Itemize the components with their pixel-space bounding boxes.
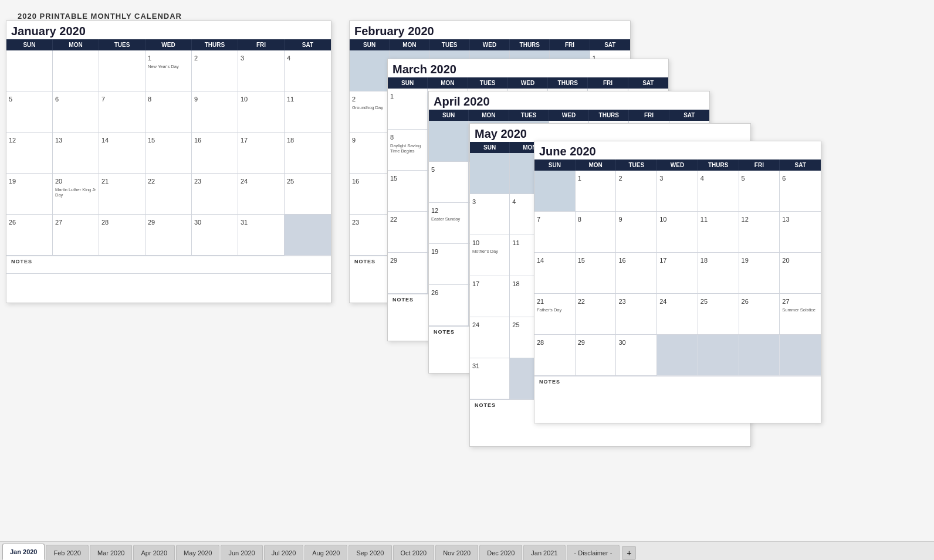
apr-title: April 2020 [429, 91, 709, 110]
tab-nov-2020[interactable]: Nov 2020 [435, 545, 478, 560]
tab-feb-2020[interactable]: Feb 2020 [46, 545, 88, 560]
tab-disclaimer[interactable]: - Disclaimer - [567, 545, 620, 560]
tab-apr-2020[interactable]: Apr 2020 [133, 545, 175, 560]
may-title: May 2020 [470, 124, 750, 142]
feb-header: SUN MON TUES WED THURS FRI SAT [350, 39, 630, 50]
tab-bar: Jan 2020 Feb 2020 Mar 2020 Apr 2020 May … [0, 541, 934, 560]
feb-title: February 2020 [350, 21, 630, 39]
tab-mar-2020[interactable]: Mar 2020 [90, 545, 132, 560]
tab-jan-2021[interactable]: Jan 2021 [523, 545, 565, 560]
add-tab-button[interactable]: + [622, 546, 636, 560]
calendar-jan: January 2020 SUN MON TUES WED THURS FRI … [6, 21, 331, 303]
tab-jan-2020[interactable]: Jan 2020 [2, 544, 45, 560]
tab-jul-2020[interactable]: Jul 2020 [264, 545, 304, 560]
page-title: 2020 PRINTABLE MONTHLY CALENDAR [18, 12, 916, 21]
tab-oct-2020[interactable]: Oct 2020 [393, 545, 435, 560]
tab-sep-2020[interactable]: Sep 2020 [348, 545, 391, 560]
calendar-jun: June 2020 SUN MON TUES WED THURS FRI SAT… [534, 141, 821, 423]
jan-body: 1New Year's Day 2 3 4 5 6 7 8 9 10 11 12… [6, 50, 331, 256]
jan-header: SUN MON TUES WED THURS FRI SAT [6, 39, 331, 50]
jun-title: June 2020 [534, 141, 821, 159]
jan-title: January 2020 [6, 21, 331, 39]
jun-notes: NOTES [534, 376, 821, 393]
tab-aug-2020[interactable]: Aug 2020 [304, 545, 347, 560]
tab-may-2020[interactable]: May 2020 [176, 545, 219, 560]
main-content: 2020 PRINTABLE MONTHLY CALENDAR January … [0, 0, 934, 541]
mar-title: March 2020 [388, 59, 668, 77]
tab-dec-2020[interactable]: Dec 2020 [479, 545, 522, 560]
jan-notes: NOTES [6, 256, 331, 273]
app-container: 2020 PRINTABLE MONTHLY CALENDAR January … [0, 0, 934, 560]
tab-jun-2020[interactable]: Jun 2020 [221, 545, 262, 560]
